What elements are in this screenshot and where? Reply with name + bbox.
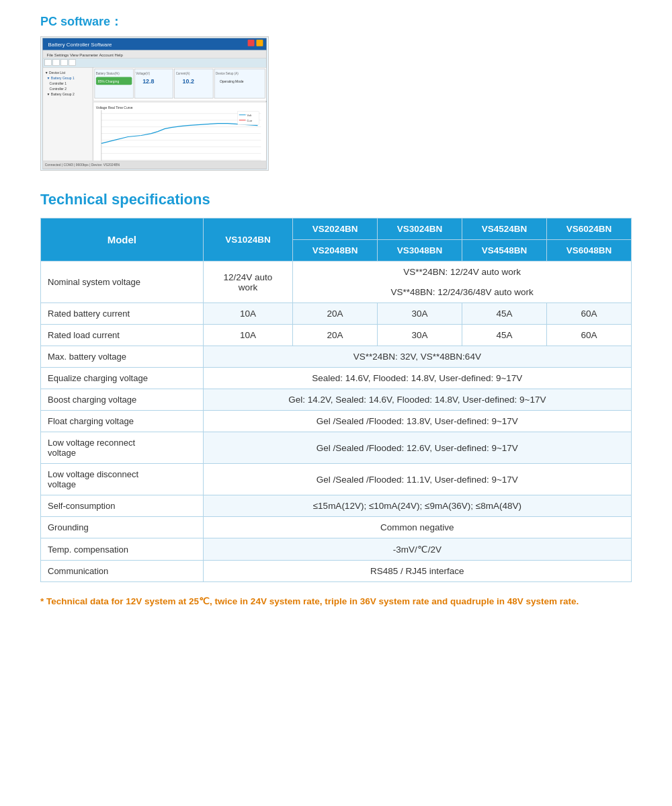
row-label: Grounding: [41, 517, 204, 538]
pc-software-screenshot: Battery Controller Software File Setting…: [40, 36, 269, 171]
svg-text:85%  Charging: 85% Charging: [98, 80, 120, 83]
row-label: Rated load current: [41, 325, 204, 346]
row-wide: -3mV/℃/2V: [203, 538, 631, 561]
table-row: Float charging voltage Gel /Sealed /Floo…: [41, 411, 632, 432]
table-row: Self-consumption ≤15mA(12V); ≤10mA(24V);…: [41, 495, 632, 517]
svg-text:Voltage(V): Voltage(V): [136, 72, 150, 75]
row-col2: 20A: [293, 325, 378, 346]
row-label: Max. battery voltage: [41, 346, 204, 368]
vs4524bn-header: VS4524BN: [462, 218, 547, 240]
row-wide: VS**24BN: 12/24V auto work VS**48BN: 12/…: [293, 261, 632, 303]
vs2024bn-header: VS2024BN: [293, 218, 378, 240]
footer-note: * Technical data for 12V system at 25℃, …: [40, 594, 632, 609]
svg-text:Volt: Volt: [247, 114, 252, 117]
row-wide: Common negative: [203, 517, 631, 538]
row-label: Communication: [41, 561, 204, 582]
svg-text:▼ Battery Group 1: ▼ Battery Group 1: [47, 77, 75, 80]
table-row: Boost charging voltage Gel: 14.2V, Seale…: [41, 389, 632, 411]
spec-table: Model VS1024BN VS2024BN VS3024BN VS4524B…: [40, 218, 632, 582]
svg-rect-4: [256, 40, 263, 46]
row-col5: 60A: [547, 325, 632, 346]
svg-text:▼ Device List: ▼ Device List: [45, 71, 66, 75]
row-col4: 45A: [462, 303, 547, 325]
table-row: Equalize charging voltage Sealed: 14.6V,…: [41, 368, 632, 389]
row-col5: 60A: [547, 303, 632, 325]
table-header-top: Model VS1024BN VS2024BN VS3024BN VS4524B…: [41, 218, 632, 240]
svg-rect-11: [69, 60, 75, 66]
row-wide: Gel /Sealed /Flooded: 11.1V, User-define…: [203, 464, 631, 495]
row-wide: RS485 / RJ45 interface: [203, 561, 631, 582]
svg-text:File  Settings  View  Paramete: File Settings View Parameter Account Hel…: [47, 53, 124, 57]
table-row: Low voltage disconnectvoltage Gel /Seale…: [41, 464, 632, 495]
table-row: Temp. compensation -3mV/℃/2V: [41, 538, 632, 561]
table-row: Rated load current 10A 20A 30A 45A 60A: [41, 325, 632, 346]
vs1024bn-header: VS1024BN: [203, 218, 292, 261]
vs3048bn-header: VS3048BN: [378, 240, 462, 261]
row-col1: 10A: [203, 303, 292, 325]
pc-software-title: PC software：: [40, 13, 632, 30]
svg-text:Controller 2: Controller 2: [50, 87, 67, 91]
svg-text:Device Setup (A): Device Setup (A): [216, 72, 239, 75]
svg-text:10.2: 10.2: [183, 78, 194, 85]
svg-text:Connected  |  COM3  |  9600bps: Connected | COM3 | 9600bps | Device: VS2…: [45, 163, 120, 167]
model-header: Model: [41, 218, 204, 261]
row-wide: Gel /Sealed /Flooded: 12.6V, User-define…: [203, 432, 631, 464]
row-col2: 20A: [293, 303, 378, 325]
table-row: Max. battery voltage VS**24BN: 32V, VS**…: [41, 346, 632, 368]
svg-text:Curr: Curr: [247, 119, 253, 122]
svg-text:Controller 1: Controller 1: [50, 82, 67, 85]
svg-rect-8: [45, 60, 52, 66]
row-label: Low voltage disconnectvoltage: [41, 464, 204, 495]
row-label: Nominal system voltage: [41, 261, 204, 303]
table-row: Nominal system voltage 12/24V autowork V…: [41, 261, 632, 303]
row-label: Float charging voltage: [41, 411, 204, 432]
table-row: Grounding Common negative: [41, 517, 632, 538]
row-label: Equalize charging voltage: [41, 368, 204, 389]
row-wide: Sealed: 14.6V, Flooded: 14.8V, User-defi…: [203, 368, 631, 389]
vs6048bn-header: VS6048BN: [547, 240, 632, 261]
vs6024bn-header: VS6024BN: [547, 218, 632, 240]
svg-text:Operating Mode: Operating Mode: [220, 80, 244, 83]
row-wide: Gel /Sealed /Flooded: 13.8V, User-define…: [203, 411, 631, 432]
svg-text:Battery Status(%): Battery Status(%): [96, 72, 120, 75]
row-col1: 10A: [203, 325, 292, 346]
svg-rect-10: [60, 60, 67, 66]
row-wide: VS**24BN: 32V, VS**48BN:64V: [203, 346, 631, 368]
svg-rect-7: [43, 58, 267, 68]
row-wide: Gel: 14.2V, Sealed: 14.6V, Flooded: 14.8…: [203, 389, 631, 411]
svg-text:12.8: 12.8: [142, 78, 154, 85]
table-row: Communication RS485 / RJ45 interface: [41, 561, 632, 582]
row-label: Boost charging voltage: [41, 389, 204, 411]
svg-text:▼ Battery Group 2: ▼ Battery Group 2: [47, 93, 75, 96]
vs4548bn-header: VS4548BN: [462, 240, 547, 261]
row-label: Rated battery current: [41, 303, 204, 325]
row-col1: 12/24V autowork: [203, 261, 292, 303]
svg-text:Battery Controller Software: Battery Controller Software: [48, 42, 113, 48]
svg-rect-3: [248, 40, 255, 46]
row-label: Temp. compensation: [41, 538, 204, 561]
row-label: Low voltage reconnectvoltage: [41, 432, 204, 464]
table-row: Rated battery current 10A 20A 30A 45A 60…: [41, 303, 632, 325]
svg-text:Voltage Real Time Curve: Voltage Real Time Curve: [96, 106, 133, 110]
row-col3: 30A: [378, 303, 462, 325]
row-col4: 45A: [462, 325, 547, 346]
tech-spec-section: Technical specifications Model VS1024BN …: [40, 191, 632, 609]
row-wide: ≤15mA(12V); ≤10mA(24V); ≤9mA(36V); ≤8mA(…: [203, 495, 631, 517]
table-row: Low voltage reconnectvoltage Gel /Sealed…: [41, 432, 632, 464]
pc-software-section: PC software： Battery Controller Software…: [40, 13, 632, 171]
row-label: Self-consumption: [41, 495, 204, 517]
svg-rect-9: [53, 60, 60, 66]
vs2048bn-header: VS2048BN: [293, 240, 378, 261]
tech-spec-title: Technical specifications: [40, 191, 632, 208]
row-col3: 30A: [378, 325, 462, 346]
svg-text:Current(A): Current(A): [176, 72, 190, 75]
vs3024bn-header: VS3024BN: [378, 218, 462, 240]
